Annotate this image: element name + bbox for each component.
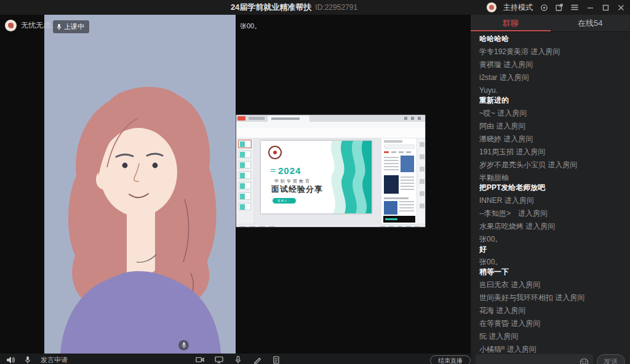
- chat-message-text: 稍等一下: [479, 268, 625, 276]
- chat-join-message: 黄祺璇 进入房间: [479, 61, 625, 69]
- chat-join-message: 阿由 进入房间: [479, 122, 625, 130]
- chat-join-message: 阮 进入房间: [479, 333, 625, 341]
- pane-title: [384, 140, 402, 143]
- speaker-icon[interactable]: [6, 356, 15, 364]
- room-id: ID:22952791: [315, 3, 357, 12]
- template-card-image: [401, 156, 414, 172]
- popout-icon[interactable]: [555, 3, 564, 12]
- school-logo: [268, 146, 282, 159]
- chat-message-text: 哈哈哈哈: [479, 35, 625, 43]
- mic-icon[interactable]: [23, 356, 32, 364]
- wps-toolbar: [236, 128, 425, 138]
- chat-tabbar: 群聊 在线54: [471, 15, 630, 32]
- host-avatar[interactable]: [487, 2, 496, 12]
- slide-thumbnail: [239, 192, 251, 200]
- chat-message-username: Yuyu.: [479, 87, 625, 95]
- chat-message-username: 半颗甜柚: [479, 174, 625, 182]
- titlebar: 24届学前就业精准帮扶 ID:22952791 主持模式: [0, 0, 630, 15]
- camera-icon[interactable]: [196, 355, 204, 364]
- chat-message: Yuyu.重新进的: [479, 87, 625, 105]
- mic-icon: [57, 23, 62, 31]
- template-card-text: [399, 201, 414, 213]
- slide-thumbnail: [239, 172, 251, 179]
- slide-thumbnail: [239, 203, 251, 210]
- screen-share-wps-window: 分享: [236, 114, 426, 228]
- menu-glyph-icon: [271, 169, 276, 173]
- template-card-title: [384, 197, 409, 199]
- send-button[interactable]: 发送: [597, 354, 625, 364]
- wps-menu-row: 分享: [236, 122, 425, 128]
- chat-join-message: 岁岁不是秃头小宝贝 进入房间: [479, 161, 625, 169]
- slide-thumbnail: [239, 151, 251, 158]
- chat-join-message: 水果店吃烧烤 进入房间: [479, 223, 625, 231]
- wps-template-pane: [381, 138, 417, 224]
- template-card-text: [401, 176, 414, 191]
- template-card-image: [384, 201, 397, 215]
- chat-message: 张00。稍等一下: [479, 258, 625, 276]
- chat-input-field: [476, 354, 593, 364]
- bottom-center-controls: [196, 355, 281, 364]
- ppt-slide: 2024 中职学前教育 面试经验分享 宣讲人：: [261, 141, 372, 213]
- page-title: 24届学前就业精准帮扶: [231, 2, 311, 13]
- share-owner-label: 张00。: [240, 22, 261, 31]
- template-card-image: [384, 175, 399, 194]
- wps-tab-templates: [249, 117, 265, 120]
- close-icon[interactable]: [616, 3, 625, 12]
- slide-year: 2024: [278, 165, 301, 176]
- status-badge: 上课中: [53, 20, 89, 33]
- chat-message: 张00。好: [479, 235, 625, 253]
- annotate-icon[interactable]: [253, 355, 261, 364]
- maximize-icon[interactable]: [601, 3, 610, 12]
- emoji-icon[interactable]: [580, 358, 589, 364]
- slide-thumbnail: [239, 161, 251, 168]
- live-class-window: 24届学前就业精准帮扶 ID:22952791 主持模式: [0, 0, 630, 364]
- mic-icon: [181, 342, 186, 349]
- chat-message-list: 哈哈哈哈学专192黄美溶 进入房间黄祺璇 进入房间i2star 进入房间Yuyu…: [479, 32, 625, 354]
- doc-icon[interactable]: [272, 355, 281, 364]
- chat-message-text: 重新进的: [479, 97, 625, 105]
- wps-titlebar: [236, 115, 425, 122]
- chat-join-message: i2star 进入房间: [479, 74, 625, 82]
- chat-input[interactable]: [480, 358, 580, 364]
- host-name: 无忧无虑...: [21, 20, 57, 31]
- wps-tab-document: [268, 116, 309, 122]
- slide-year-row: 2024: [271, 165, 301, 176]
- chat-message-username: 张00。: [479, 235, 625, 243]
- chat-join-message: 191周玉招 进入房间: [479, 148, 625, 156]
- chat-join-message: 小橘猫ᴿ 进入房间: [479, 346, 625, 354]
- settings-icon[interactable]: [540, 3, 548, 12]
- wps-slide-canvas: 2024 中职学前教育 面试经验分享 宣讲人：: [254, 138, 381, 224]
- wps-side-toolbar: [417, 138, 426, 224]
- mic-icon[interactable]: [234, 355, 242, 364]
- chat-message-text: 把PPT发给老师放吧: [479, 184, 625, 192]
- chat-join-message: 在等黄昏 进入房间: [479, 320, 625, 328]
- tab-online-members[interactable]: 在线54: [551, 15, 630, 31]
- template-card-text: [384, 157, 399, 172]
- tab-group-chat[interactable]: 群聊: [471, 15, 551, 31]
- chat-join-message: 学专192黄美溶 进入房间: [479, 48, 625, 56]
- bottom-left-controls: 发言申请: [6, 355, 68, 364]
- chat-message: 哈哈哈哈: [479, 35, 625, 43]
- screen-share-icon[interactable]: [215, 355, 223, 364]
- status-badge-label: 上课中: [64, 22, 84, 31]
- slide-title: 面试经验分享: [271, 184, 323, 195]
- avatar[interactable]: [5, 20, 17, 31]
- pane-search-box: [384, 144, 415, 149]
- chat-join-message: 岂曰无衣 进入房间: [479, 281, 625, 289]
- wps-status-bar: [236, 224, 426, 228]
- chat-panel: 群聊 在线54 哈哈哈哈学专192黄美溶 进入房间黄祺璇 进入房间i2star …: [470, 15, 630, 364]
- template-video-strip: [383, 216, 415, 223]
- speech-request-button[interactable]: 发言申请: [41, 355, 68, 364]
- menu-icon[interactable]: [570, 3, 579, 12]
- pane-tabs: [384, 151, 411, 153]
- wps-window-controls: [404, 117, 423, 120]
- bottom-control-bar: 发言申请 结束直播: [0, 354, 470, 364]
- slide-wave-graphics: [317, 141, 372, 213]
- end-session-button[interactable]: 结束直播: [430, 355, 471, 364]
- chat-input-row: 发送: [476, 354, 625, 364]
- chat-message-text: 好: [479, 245, 625, 253]
- video-mic-indicator: [178, 340, 189, 350]
- minimize-icon[interactable]: [586, 3, 594, 12]
- wps-slide-thumbnails: [236, 138, 254, 224]
- titlebar-controls: 主持模式: [487, 0, 625, 15]
